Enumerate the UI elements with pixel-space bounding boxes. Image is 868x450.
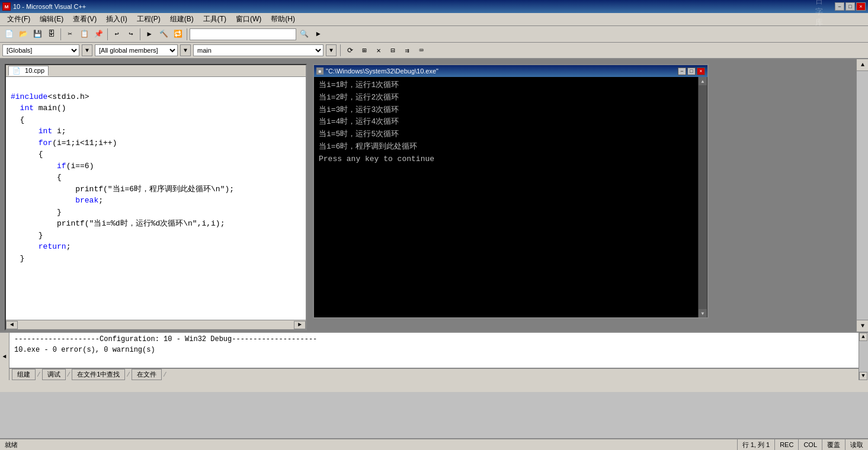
menu-edit[interactable]: 编辑(E) <box>35 13 68 25</box>
dd-btn-1[interactable]: ⟳ <box>344 44 356 56</box>
menu-project[interactable]: 工程(P) <box>132 13 165 25</box>
sep-4 <box>187 28 187 40</box>
code-line-13: printf("当i=%d时，运行%d次循环\n",i,i); <box>11 218 301 230</box>
redo-button[interactable]: ↪ <box>124 28 137 41</box>
console-min-btn[interactable]: − <box>678 68 686 75</box>
code-line-6: for(i=1;i<11;i++) <box>11 137 301 149</box>
output-config-line: --------------------Configuration: 10 - … <box>14 335 863 343</box>
code-line-16: } <box>11 253 301 265</box>
console-scroll-thumb[interactable] <box>699 85 707 309</box>
cut-button[interactable]: ✂ <box>63 28 76 41</box>
console-line-3: 当i=3时，运行3次循环 <box>319 104 693 117</box>
tab-sep-4: / <box>162 371 168 378</box>
code-line-5: int i; <box>11 126 301 137</box>
output-tab-find1[interactable]: 在文件1中查找 <box>72 369 125 380</box>
dd-btn-3[interactable]: ✕ <box>373 44 385 56</box>
console-scrollbar[interactable]: ▲ ▼ <box>698 77 707 317</box>
close-button[interactable]: × <box>856 2 866 11</box>
output-scroll-up[interactable]: ▲ <box>859 333 867 341</box>
new-button[interactable]: 📄 <box>2 28 15 41</box>
watermark-text: 初日字库 <box>815 0 823 28</box>
status-read: 读取 <box>845 439 868 450</box>
output-result-line: 10.exe - 0 error(s), 0 warning(s) <box>14 346 863 354</box>
go-button[interactable]: ► <box>312 28 325 41</box>
console-line-5: 当i=5时，运行5次循环 <box>319 128 693 141</box>
scope-dropdown-arrow[interactable]: ▼ <box>82 44 92 56</box>
menu-insert[interactable]: 插入(I) <box>101 13 132 25</box>
console-line-4: 当i=4时，运行4次循环 <box>319 116 693 128</box>
search-input[interactable] <box>190 28 296 40</box>
code-tab-bar: 📄 10.cpp <box>6 65 306 77</box>
code-content[interactable]: #include<stdio.h> int main() { int i; fo… <box>6 77 306 320</box>
code-line-7: { <box>11 149 301 160</box>
scroll-right-btn[interactable]: ► <box>294 321 306 329</box>
code-tab-active[interactable]: 📄 10.cpp <box>8 66 49 76</box>
members-dropdown[interactable]: [All global members] <box>95 44 178 56</box>
status-rec: REC <box>774 439 798 450</box>
title-bar: M 10 - Microsoft Visual C++ 初日字库 − □ × <box>0 0 868 13</box>
status-right: 行 1, 列 1 REC COL 覆盖 读取 <box>737 439 868 450</box>
console-title-buttons: − □ × <box>678 68 705 75</box>
code-line-4: { <box>11 114 301 126</box>
console-title: "C:\Windows\System32\Debug\10.exe" <box>326 68 678 75</box>
tab-sep-2: / <box>66 371 72 378</box>
tab-sep-3: / <box>125 371 132 378</box>
output-panel: ◄ --------------------Configuration: 10 … <box>0 332 868 392</box>
save-all-button[interactable]: 🗄 <box>45 28 58 41</box>
menu-tools[interactable]: 工具(T) <box>198 13 231 25</box>
copy-button[interactable]: 📋 <box>78 28 91 41</box>
dd-btn-2[interactable]: ⊞ <box>358 44 370 56</box>
output-scrollbar[interactable]: ▲ ▼ <box>859 333 868 380</box>
maximize-button[interactable]: □ <box>845 2 855 11</box>
build-button[interactable]: 🔨 <box>157 28 170 41</box>
minimize-button[interactable]: − <box>835 2 844 11</box>
console-window: ■ "C:\Windows\System32\Debug\10.exe" − □… <box>313 64 709 319</box>
menu-window[interactable]: 窗口(W) <box>231 13 266 25</box>
open-button[interactable]: 📂 <box>17 28 30 41</box>
function-dropdown-arrow[interactable]: ▼ <box>326 44 337 56</box>
paste-button[interactable]: 📌 <box>92 28 105 41</box>
output-tab-find2[interactable]: 在文件 <box>132 369 162 380</box>
menu-build[interactable]: 组建(B) <box>165 13 198 25</box>
search-button[interactable]: 🔍 <box>297 28 310 41</box>
horizontal-scrollbar[interactable]: ◄ ► <box>6 320 306 329</box>
scope-dropdown[interactable]: [Globals] <box>2 44 79 56</box>
right-scroll-down[interactable]: ▼ <box>857 320 868 332</box>
menu-help[interactable]: 帮助(H) <box>266 13 300 25</box>
function-dropdown[interactable]: main <box>193 44 324 56</box>
status-ready: 就绪 <box>0 441 737 449</box>
right-scroll-up[interactable]: ▲ <box>857 59 868 71</box>
console-scroll-up[interactable]: ▲ <box>699 77 707 85</box>
output-text-area: --------------------Configuration: 10 - … <box>9 333 868 380</box>
output-scroll-down[interactable]: ▼ <box>859 372 867 380</box>
console-line-7: Press any key to continue <box>319 153 693 166</box>
console-scroll-down[interactable]: ▼ <box>699 309 707 317</box>
dd-btn-4[interactable]: ⊟ <box>387 44 399 56</box>
console-line-6: 当i=6时，程序调到此处循环 <box>319 141 693 153</box>
main-area: 📄 10.cpp #include<stdio.h> int main() { … <box>0 59 868 332</box>
code-line-9: { <box>11 172 301 184</box>
rebuild-button[interactable]: 🔁 <box>171 28 184 41</box>
code-line-11: break; <box>11 195 301 207</box>
right-scroll-track <box>857 71 868 320</box>
compile-button[interactable]: ▶ <box>143 28 156 41</box>
dd-btn-6[interactable]: ⌨ <box>415 44 427 56</box>
menu-file[interactable]: 文件(F) <box>2 13 35 25</box>
menu-view[interactable]: 查看(V) <box>68 13 101 25</box>
code-editor[interactable]: 📄 10.cpp #include<stdio.h> int main() { … <box>5 64 307 330</box>
output-scroll-left[interactable]: ◄ <box>0 333 9 380</box>
code-line-3: int main() <box>11 102 301 114</box>
output-tab-debug[interactable]: 调试 <box>42 369 66 380</box>
console-close-btn[interactable]: × <box>697 68 705 75</box>
save-button[interactable]: 💾 <box>31 28 44 41</box>
console-line-2: 当i=2时，运行2次循环 <box>319 92 693 104</box>
console-titlebar: ■ "C:\Windows\System32\Debug\10.exe" − □… <box>314 65 707 77</box>
members-dropdown-arrow[interactable]: ▼ <box>180 44 191 56</box>
toolbar-1: 📄 📂 💾 🗄 ✂ 📋 📌 ↩ ↪ ▶ 🔨 🔁 🔍 ► <box>0 26 868 43</box>
scroll-left-btn[interactable]: ◄ <box>6 321 18 329</box>
dd-btn-5[interactable]: ⇉ <box>401 44 413 56</box>
console-restore-btn[interactable]: □ <box>687 68 696 75</box>
right-scrollbar: ▲ ▼ <box>856 59 868 332</box>
undo-button[interactable]: ↩ <box>110 28 123 41</box>
output-tab-build[interactable]: 组建 <box>12 369 36 380</box>
